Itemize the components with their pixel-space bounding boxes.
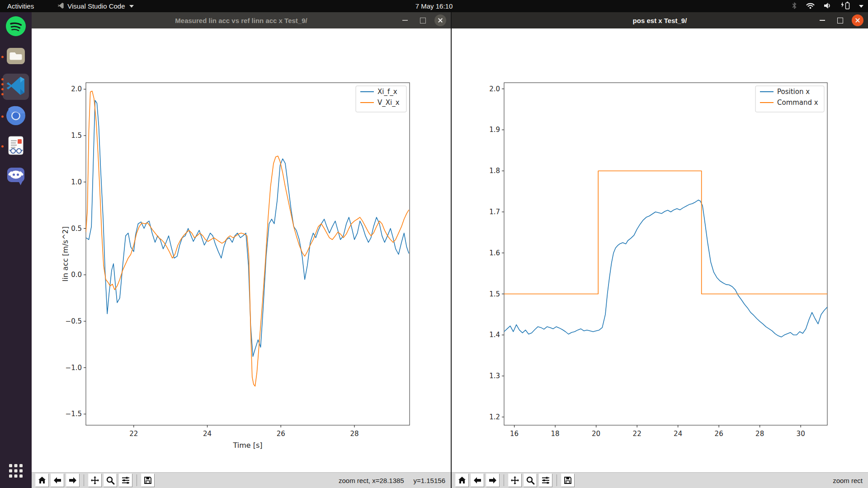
- spotify-icon: [5, 15, 27, 39]
- forward-button[interactable]: [66, 474, 80, 487]
- volume-icon: [824, 2, 831, 10]
- back-button[interactable]: [471, 474, 484, 487]
- svg-text:22: 22: [129, 430, 138, 438]
- back-button[interactable]: [51, 474, 64, 487]
- app-menu[interactable]: Visual Studio Code: [54, 0, 137, 12]
- svg-text:Command x: Command x: [777, 99, 818, 107]
- maximize-button[interactable]: [834, 14, 846, 26]
- svg-text:22: 22: [633, 430, 642, 438]
- titlebar[interactable]: Measured lin acc vs ref linn acc x Test_…: [32, 12, 451, 28]
- activities-button[interactable]: Activities: [0, 0, 41, 12]
- show-applications-button[interactable]: [0, 457, 32, 486]
- bluetooth-icon: [792, 2, 797, 11]
- legend: Position xCommand x: [755, 86, 824, 112]
- svg-text:28: 28: [350, 430, 359, 438]
- svg-text:−0.5: −0.5: [66, 317, 82, 325]
- close-button[interactable]: [852, 14, 863, 26]
- svg-text:30: 30: [797, 430, 805, 438]
- configure-subplots-button[interactable]: [539, 474, 552, 487]
- close-button[interactable]: [434, 14, 446, 26]
- svg-text:26: 26: [277, 430, 285, 438]
- legend: Xi_f_xV_Xi_x: [356, 86, 406, 112]
- svg-text:−1.0: −1.0: [66, 364, 82, 372]
- dock-item-document-viewer[interactable]: [0, 131, 32, 161]
- save-button[interactable]: [561, 474, 575, 487]
- app-menu-label: Visual Studio Code: [67, 2, 125, 10]
- svg-text:28: 28: [755, 430, 764, 438]
- toolbar-separator: [557, 474, 557, 486]
- dock: [0, 12, 32, 488]
- svg-text:1.0: 1.0: [71, 178, 82, 186]
- toolbar-separator: [137, 474, 137, 486]
- home-button[interactable]: [35, 474, 49, 487]
- svg-text:1.2: 1.2: [489, 413, 500, 421]
- svg-text:18: 18: [551, 430, 560, 438]
- maximize-button[interactable]: [417, 14, 429, 26]
- dock-item-spotify[interactable]: [0, 12, 32, 42]
- window-title: Measured lin acc vs ref linn acc x Test_…: [175, 17, 307, 24]
- svg-text:1.5: 1.5: [71, 131, 82, 140]
- caret-down-icon: [859, 5, 863, 8]
- svg-text:1.3: 1.3: [489, 372, 500, 380]
- figure-canvas[interactable]: 16182022242628302.01.91.81.71.61.51.41.3…: [452, 28, 868, 472]
- discord-icon: [5, 164, 27, 188]
- minimize-button[interactable]: [399, 14, 411, 26]
- clock[interactable]: 7 May 16:10: [415, 0, 453, 12]
- svg-text:0.5: 0.5: [71, 225, 82, 233]
- toolbar-separator: [504, 474, 504, 486]
- pos-est-plot[interactable]: 16182022242628302.01.91.81.71.61.51.41.3…: [452, 28, 868, 473]
- titlebar[interactable]: pos est x Test_9/: [452, 12, 868, 28]
- app-grid-icon: [8, 463, 24, 480]
- svg-text:1.8: 1.8: [489, 167, 500, 175]
- chromium-icon: [5, 105, 27, 128]
- svg-text:2.0: 2.0: [71, 85, 82, 93]
- window-lin-acc: Measured lin acc vs ref linn acc x Test_…: [32, 12, 452, 488]
- caret-down-icon: [129, 5, 134, 8]
- system-tray[interactable]: [792, 0, 863, 12]
- svg-text:−1.5: −1.5: [66, 410, 82, 418]
- svg-text:20: 20: [592, 430, 600, 438]
- svg-text:Position x: Position x: [777, 88, 810, 96]
- window-pos-est: pos est x Test_9/ 16182022242628302.01.9…: [452, 12, 868, 488]
- matplotlib-toolbar: zoom rect: [452, 472, 868, 488]
- status-message: zoom rect, x=28.1385 y=1.15156: [339, 473, 445, 488]
- figure-canvas[interactable]: 222426282.01.51.00.50.0−0.5−1.0−1.5Time …: [32, 28, 451, 472]
- pan-button[interactable]: [88, 474, 102, 487]
- dock-item-discord[interactable]: [0, 161, 32, 191]
- save-button[interactable]: [141, 474, 155, 487]
- svg-text:0.0: 0.0: [71, 271, 82, 279]
- svg-text:1.4: 1.4: [489, 331, 500, 339]
- svg-text:lin acc [m/s^2]: lin acc [m/s^2]: [61, 226, 70, 282]
- desktop: Activities Visual Studio Code 7 May 16:1…: [0, 0, 868, 488]
- svg-text:24: 24: [203, 430, 212, 438]
- svg-text:24: 24: [674, 430, 682, 438]
- zoom-to-rect-button[interactable]: [104, 474, 117, 487]
- svg-text:V_Xi_x: V_Xi_x: [377, 99, 400, 107]
- window-title: pos est x Test_9/: [633, 17, 687, 24]
- svg-text:2.0: 2.0: [489, 85, 500, 93]
- home-button[interactable]: [455, 474, 469, 487]
- svg-text:26: 26: [715, 430, 723, 438]
- vscode-mini-icon: [57, 2, 64, 10]
- zoom-to-rect-button[interactable]: [524, 474, 537, 487]
- minimize-button[interactable]: [816, 14, 828, 26]
- top-bar: Activities Visual Studio Code 7 May 16:1…: [0, 0, 868, 12]
- dock-item-vscode[interactable]: [0, 72, 32, 102]
- lin-acc-plot[interactable]: 222426282.01.51.00.50.0−0.5−1.0−1.5Time …: [32, 28, 450, 473]
- svg-text:1.9: 1.9: [489, 126, 500, 134]
- forward-button[interactable]: [486, 474, 500, 487]
- svg-text:1.5: 1.5: [489, 290, 500, 298]
- files-icon: [5, 45, 27, 69]
- configure-subplots-button[interactable]: [119, 474, 132, 487]
- pan-button[interactable]: [508, 474, 522, 487]
- svg-text:Xi_f_x: Xi_f_x: [377, 88, 397, 96]
- svg-text:1.7: 1.7: [489, 208, 500, 216]
- toolbar-separator: [84, 474, 84, 486]
- dock-item-chromium[interactable]: [0, 102, 32, 131]
- battery-icon: [840, 1, 850, 11]
- dock-item-files[interactable]: [0, 42, 32, 72]
- svg-text:1.6: 1.6: [489, 249, 500, 257]
- vscode-icon: [5, 75, 26, 98]
- document-viewer-icon: [5, 135, 27, 158]
- svg-text:Time [s]: Time [s]: [232, 441, 262, 450]
